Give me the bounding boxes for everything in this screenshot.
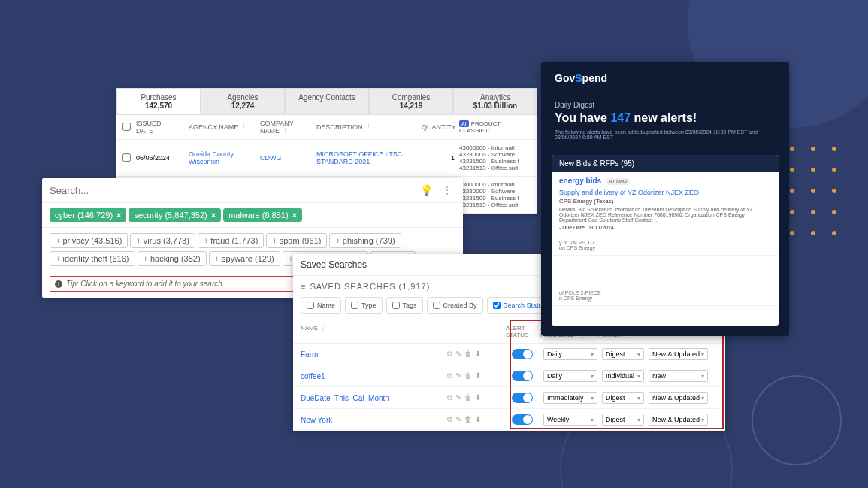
copy-icon[interactable]: ⧉	[447, 393, 452, 402]
col-menu-icon[interactable]: ⋮	[363, 123, 372, 131]
col-menu-icon[interactable]: ⋮	[280, 127, 289, 135]
filter-checkbox[interactable]	[307, 302, 314, 309]
group-select[interactable]: New & Updated▾	[649, 348, 708, 360]
digest-item[interactable]: energy bids 87 New Supply and delivery o…	[552, 172, 779, 235]
saved-search-name[interactable]: DueDate_This_Cal_Month	[301, 394, 447, 402]
alert-toggle[interactable]	[512, 371, 533, 381]
tab-analytics[interactable]: Analytics $1.03 Billion	[453, 88, 537, 115]
filter-chip[interactable]: Created By	[427, 297, 483, 314]
edit-icon[interactable]: ✎	[455, 415, 461, 424]
suggested-keyword-chip[interactable]: +virus (3,773)	[130, 233, 195, 248]
col-menu-icon[interactable]: ⋮	[238, 123, 247, 131]
col-quantity[interactable]: QUANTITY	[422, 123, 456, 131]
tab-agency-contacts[interactable]: Agency Contacts	[285, 88, 369, 115]
suggested-keyword-chip[interactable]: +spam (961)	[266, 233, 327, 248]
saved-search-name[interactable]: Farm	[301, 350, 447, 359]
digest-subtitle: The following alerts have been added/upd…	[555, 129, 776, 140]
plus-icon: +	[56, 236, 60, 245]
tab-label: Purchases	[120, 93, 197, 102]
frequency-select[interactable]: Daily▾	[543, 348, 597, 360]
digest-item-title[interactable]: Supply and delivery of YZ Odorizer NJEX …	[559, 189, 771, 196]
frequency-select[interactable]: Daily▾	[543, 370, 597, 382]
digest-fragment: y of VALVE, CT on CPS Energy	[552, 235, 779, 256]
delete-icon[interactable]: 🗑	[464, 415, 472, 424]
filter-chip[interactable]: Type	[345, 297, 383, 314]
filter-checkbox[interactable]	[493, 302, 501, 309]
suggested-keyword-chip[interactable]: +spyware (129)	[209, 251, 280, 266]
delete-icon[interactable]: 🗑	[464, 350, 472, 359]
filter-checkbox[interactable]	[392, 302, 400, 309]
table-row[interactable]: 06/06/2024Oneida County, WisconsinCDWGMI…	[116, 140, 537, 177]
lightbulb-icon[interactable]: 💡	[420, 184, 433, 196]
filter-icon[interactable]: ≡	[301, 282, 305, 291]
chevron-down-icon: ▾	[591, 395, 594, 402]
format-select[interactable]: Digest▾	[602, 392, 644, 404]
group-select[interactable]: New & Updated▾	[649, 392, 708, 404]
suggested-keyword-chip[interactable]: +privacy (43,516)	[50, 233, 128, 248]
tab-agencies[interactable]: Agencies 12,274	[201, 88, 285, 115]
edit-icon[interactable]: ✎	[455, 371, 461, 380]
download-icon[interactable]: ⬇	[475, 371, 481, 380]
keyword-chip[interactable]: cyber (146,729)×	[50, 208, 126, 222]
col-agency[interactable]: AGENCY NAME	[189, 123, 238, 131]
download-icon[interactable]: ⬇	[475, 415, 481, 424]
search-input[interactable]	[50, 185, 420, 196]
remove-icon[interactable]: ×	[211, 211, 216, 220]
frequency-select[interactable]: Immediately▾	[543, 392, 597, 404]
remove-icon[interactable]: ×	[116, 211, 121, 220]
digest-item-details: Details: Bid Solicitation Information Ti…	[559, 207, 771, 223]
saved-search-name[interactable]: New York	[301, 416, 447, 424]
suggested-keyword-chip[interactable]: +phishing (739)	[329, 233, 401, 248]
alert-toggle[interactable]	[512, 414, 533, 425]
col-description[interactable]: DESCRIPTION	[316, 123, 363, 131]
copy-icon[interactable]: ⧉	[447, 371, 452, 380]
col-menu-icon[interactable]: ⋮	[528, 332, 537, 338]
saved-search-name[interactable]: coffee1	[301, 372, 447, 380]
alert-toggle[interactable]	[512, 393, 533, 403]
saved-search-row: Farm⧉✎🗑⬇Daily▾Digest▾New & Updated▾	[293, 344, 725, 365]
filter-chip[interactable]: Tags	[386, 297, 423, 314]
edit-icon[interactable]: ✎	[455, 350, 461, 359]
tab-value: 142,570	[120, 102, 197, 110]
cell-agency[interactable]: Oneida County, Wisconsin	[189, 150, 260, 165]
suggested-keyword-chip[interactable]: +identity theft (616)	[50, 251, 135, 266]
keyword-chip[interactable]: security (5,847,352)×	[129, 208, 221, 222]
delete-icon[interactable]: 🗑	[464, 371, 472, 380]
format-select[interactable]: Digest▾	[602, 348, 644, 360]
filter-checkbox[interactable]	[433, 302, 440, 309]
tab-value: 12,274	[204, 102, 281, 110]
group-select[interactable]: New▾	[649, 370, 708, 382]
keyword-chip[interactable]: malware (8,851)×	[223, 208, 302, 222]
alert-toggle[interactable]	[512, 349, 533, 359]
col-alert-status[interactable]: ALERT STATUS	[506, 325, 528, 338]
download-icon[interactable]: ⬇	[475, 393, 481, 402]
col-menu-icon[interactable]: ⋮	[318, 325, 326, 332]
download-icon[interactable]: ⬇	[475, 350, 481, 359]
plus-icon: +	[144, 254, 148, 263]
frequency-select[interactable]: Weekly▾	[543, 414, 597, 426]
suggested-keyword-chip[interactable]: +hacking (352)	[138, 251, 207, 266]
group-select[interactable]: New & Updated▾	[649, 414, 708, 426]
col-menu-icon[interactable]: ⋮	[153, 127, 162, 135]
filter-checkbox[interactable]	[351, 302, 358, 309]
copy-icon[interactable]: ⧉	[447, 350, 452, 359]
remove-icon[interactable]: ×	[292, 211, 297, 220]
delete-icon[interactable]: 🗑	[464, 393, 472, 402]
format-select[interactable]: Digest▾	[602, 414, 644, 426]
suggested-keyword-chip[interactable]: +fraud (1,773)	[198, 233, 264, 248]
filter-chip[interactable]: Name	[301, 297, 341, 314]
cell-company[interactable]: CDWG	[260, 154, 316, 162]
select-all-checkbox[interactable]	[122, 123, 131, 131]
digest-term[interactable]: energy bids	[559, 177, 601, 185]
row-checkbox[interactable]	[122, 153, 131, 162]
col-name[interactable]: NAME	[301, 325, 318, 332]
plus-icon: +	[204, 236, 208, 245]
cell-description[interactable]: MICROSOFT OFFICE LTSC STANDARD 2021	[316, 150, 422, 165]
tab-companies[interactable]: Companies 14,219	[369, 88, 453, 115]
edit-icon[interactable]: ✎	[455, 393, 461, 402]
format-select[interactable]: Individual▾	[602, 370, 644, 382]
saved-search-row: DueDate_This_Cal_Month⧉✎🗑⬇Immediately▾Di…	[293, 387, 725, 409]
tab-purchases[interactable]: Purchases 142,570	[116, 88, 201, 115]
copy-icon[interactable]: ⧉	[447, 415, 452, 424]
more-menu-icon[interactable]: ⋮	[439, 184, 455, 196]
